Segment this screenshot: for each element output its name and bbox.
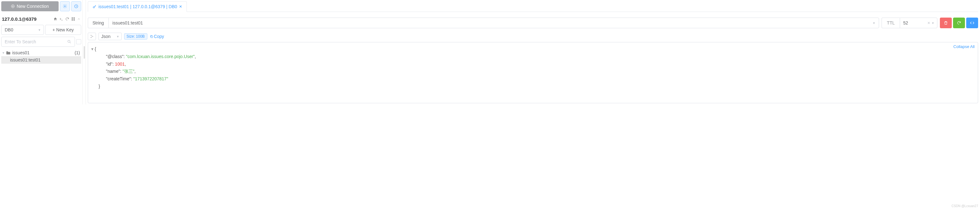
refresh-icon[interactable] (65, 17, 69, 21)
connection-header: 127.0.0.1@6379 (1, 16, 81, 25)
close-icon[interactable]: ✕ (179, 5, 182, 9)
svg-rect-3 (72, 18, 73, 19)
folder-label: issues01 (12, 50, 29, 55)
sidebar-top-row: New Connection (1, 1, 81, 11)
format-select[interactable]: Json ▾ (99, 33, 122, 40)
tree-folder[interactable]: ▾ issues01 (1) (1, 49, 81, 56)
json-key: "@class" (106, 54, 124, 59)
splitter-handle-icon (84, 46, 85, 59)
json-number: 1001 (115, 62, 125, 67)
new-key-label: New Key (56, 27, 74, 32)
clock-icon (74, 4, 78, 8)
json-key: "name" (106, 69, 120, 74)
svg-rect-6 (74, 19, 75, 21)
type-label: String (92, 21, 104, 26)
tab-bar: issues01:test01 | 127.0.0.1@6379 | DB0 ✕ (88, 1, 978, 12)
tree-key-label: issues01:test01 (10, 57, 40, 62)
tab-label: issues01:test01 | 127.0.0.1@6379 | DB0 (99, 4, 177, 9)
json-content[interactable]: ▾ { "@class": "com.lcxuan.issues.core.po… (91, 46, 975, 90)
search-icon (67, 40, 72, 44)
terminal-icon[interactable] (59, 17, 63, 21)
db-select[interactable]: DB0 ▾ (1, 25, 44, 35)
clear-icon[interactable]: ✕ (928, 21, 930, 25)
collapse-all-button[interactable]: Collapse All (953, 44, 975, 49)
key-controls: String issues01:test01 ▾ TTL 52 ✕ ▾ (88, 18, 978, 28)
refresh-button[interactable] (953, 18, 965, 28)
action-buttons (940, 18, 978, 28)
home-icon[interactable] (53, 17, 57, 21)
svg-rect-12 (151, 36, 153, 38)
ttl-value: 52 (903, 21, 908, 26)
new-key-button[interactable]: + New Key (45, 25, 81, 35)
json-key: "id" (106, 62, 113, 67)
code-icon (970, 21, 974, 25)
tree-view-button[interactable] (88, 33, 96, 40)
refresh-icon (957, 21, 961, 25)
pane-splitter[interactable] (83, 0, 86, 104)
json-key: "createTime" (106, 76, 131, 81)
folder-icon (6, 51, 11, 55)
size-badge: Size: 100B (124, 33, 147, 40)
new-connection-label: New Connection (17, 4, 49, 9)
tree-key-item[interactable]: issues01:test01 (1, 56, 81, 64)
svg-rect-4 (74, 18, 75, 19)
key-name-value: issues01:test01 (113, 21, 143, 26)
copy-icon (150, 35, 153, 38)
chevron-down-icon: ▾ (932, 21, 934, 25)
json-string: "1713972207817" (133, 76, 168, 81)
db-select-label: DB0 (5, 27, 13, 32)
tab-active[interactable]: issues01:test01 | 127.0.0.1@6379 | DB0 ✕ (88, 1, 187, 12)
key-name-input[interactable]: issues01:test01 ▾ (108, 18, 879, 28)
svg-point-1 (64, 6, 65, 7)
chevron-down-icon: ▾ (873, 21, 875, 25)
json-viewer: Collapse All ▾ { "@class": "com.lcxuan.i… (88, 42, 978, 103)
main-pane: issues01:test01 | 127.0.0.1@6379 | DB0 ✕… (86, 0, 980, 104)
svg-point-10 (91, 37, 91, 38)
collapse-icon[interactable] (77, 17, 81, 21)
chevron-down-icon: ▾ (38, 28, 40, 32)
tree-icon (90, 35, 94, 38)
svg-rect-5 (72, 19, 73, 21)
svg-point-7 (68, 40, 70, 42)
trash-icon (943, 21, 948, 25)
type-select[interactable]: String (88, 18, 108, 28)
search-placeholder: Enter To Search (5, 39, 36, 44)
chevron-down-icon: ▾ (117, 35, 119, 38)
key-tree: ▾ issues01 (1) issues01:test01 (1, 49, 81, 64)
plus-icon (11, 5, 15, 8)
svg-point-8 (93, 6, 94, 8)
new-connection-button[interactable]: New Connection (1, 1, 59, 11)
grid-icon[interactable] (71, 17, 75, 21)
ttl-input[interactable]: 52 ✕ ▾ (900, 18, 937, 28)
json-string: "张三" (123, 69, 135, 74)
chevron-down-icon: ▾ (3, 51, 5, 55)
exact-match-checkbox[interactable] (76, 39, 81, 44)
sidebar: New Connection 127.0.0.1@6379 DB0 ▾ (0, 0, 83, 104)
copy-button[interactable]: Copy (150, 34, 164, 39)
delete-button[interactable] (940, 18, 952, 28)
svg-point-11 (92, 36, 93, 37)
format-row: Json ▾ Size: 100B Copy (88, 33, 978, 40)
connection-toolbar (53, 17, 81, 21)
db-row: DB0 ▾ + New Key (1, 25, 81, 35)
code-button[interactable] (966, 18, 978, 28)
format-label: Json (101, 34, 111, 39)
connection-title: 127.0.0.1@6379 (2, 16, 37, 22)
search-input[interactable]: Enter To Search (1, 37, 75, 47)
copy-label: Copy (154, 34, 164, 39)
svg-point-9 (91, 35, 91, 36)
gear-icon (63, 4, 67, 8)
settings-button[interactable] (60, 1, 70, 11)
ttl-label: TTL (881, 18, 900, 28)
ttl-group: TTL 52 ✕ ▾ (881, 18, 937, 28)
json-string: "com.lcxuan.issues.core.pojo.User" (126, 54, 195, 59)
folder-count: (1) (75, 50, 80, 55)
caret-down-icon[interactable]: ▾ (91, 46, 95, 51)
plus-icon: + (52, 27, 55, 32)
search-row: Enter To Search (1, 37, 81, 47)
log-button[interactable] (71, 1, 81, 11)
key-icon (92, 5, 97, 9)
